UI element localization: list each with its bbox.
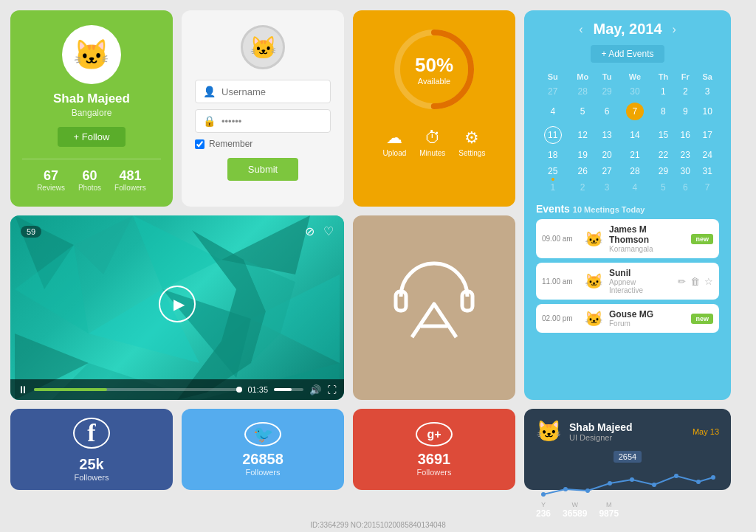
table-row[interactable]: 5	[652, 179, 676, 196]
analytics-title: UI Designer	[569, 433, 633, 442]
table-row[interactable]: 27	[536, 83, 569, 100]
table-row[interactable]: 29	[652, 163, 676, 179]
volume-bar[interactable]	[274, 388, 303, 391]
profile-city: Bangalore	[72, 108, 112, 118]
event-sub: Forum	[609, 319, 685, 328]
username-input[interactable]	[221, 86, 323, 97]
table-row[interactable]: 7	[695, 179, 719, 196]
progress-fill	[34, 388, 107, 391]
reviews-count: 67	[37, 168, 65, 184]
svg-point-22	[585, 488, 590, 493]
table-row[interactable]: 17	[695, 123, 719, 147]
table-row[interactable]: 12	[569, 123, 596, 147]
table-row[interactable]: 30	[618, 83, 651, 100]
table-row[interactable]: 25	[536, 163, 569, 179]
svg-point-25	[652, 483, 656, 487]
table-row[interactable]: 31	[695, 163, 719, 179]
table-row[interactable]: 4	[618, 179, 651, 196]
analytics-name: Shab Majeed	[569, 421, 633, 433]
table-row[interactable]: 3	[695, 83, 719, 100]
table-row[interactable]: 9	[675, 100, 695, 123]
video-counter: 59	[21, 226, 41, 238]
table-row[interactable]: 6	[675, 179, 695, 196]
cal-prev-button[interactable]: ‹	[579, 23, 583, 36]
table-row[interactable]: 2	[569, 179, 596, 196]
followers-count: 481	[114, 168, 146, 184]
table-row[interactable]: 7	[618, 100, 651, 123]
event-actions: ✏ 🗑 ☆	[678, 276, 713, 287]
login-card: 🐱 👤 🔒 Remember Submit	[182, 10, 344, 207]
add-events-button[interactable]: + Add Events	[591, 45, 664, 63]
star-icon[interactable]: ☆	[704, 276, 713, 287]
w-stat: W 36589	[563, 501, 587, 519]
watermark: ID:3364299 NO:20151020085840134048	[310, 521, 446, 529]
gauge-text: 50% Available	[415, 54, 453, 86]
event-item: 02.00 pm 🐱 Gouse MG Forum new	[536, 304, 719, 333]
table-row[interactable]: 1	[652, 83, 676, 100]
remember-checkbox[interactable]	[195, 139, 205, 149]
table-row[interactable]: 19	[569, 147, 596, 163]
table-row[interactable]: 22	[652, 147, 676, 163]
w-val: 36589	[563, 508, 587, 519]
svg-point-21	[563, 487, 568, 491]
table-row[interactable]: 23	[675, 147, 695, 163]
event-badge: new	[691, 314, 713, 324]
profile-card: 🐱 Shab Majeed Bangalore + Follow 67 Revi…	[10, 10, 173, 207]
play-button[interactable]: ▶	[159, 286, 196, 322]
y-val: 236	[536, 508, 551, 519]
event-badge: new	[691, 234, 713, 244]
table-row[interactable]: 8	[652, 100, 676, 123]
calendar-grid: Su Mo Tu We Th Fr Sa 27 28 29 30 1 2 3 4…	[536, 70, 719, 196]
submit-button[interactable]: Submit	[227, 158, 298, 181]
table-row[interactable]: 27	[596, 163, 618, 179]
logo-card	[353, 215, 515, 400]
volume-fill	[274, 388, 292, 391]
table-row[interactable]: 26	[569, 163, 596, 179]
table-row[interactable]: 14	[618, 123, 651, 147]
pause-button[interactable]: ⏸	[18, 384, 28, 395]
analytics-avatar: 🐱	[536, 419, 562, 443]
svg-point-23	[608, 481, 612, 486]
follow-button[interactable]: + Follow	[58, 127, 126, 147]
photos-stat: 60 Photos	[78, 168, 101, 192]
table-row[interactable]: 6	[596, 100, 618, 123]
table-row[interactable]: 20	[596, 147, 618, 163]
table-row[interactable]: 1	[536, 179, 569, 196]
event-time: 02.00 pm	[542, 314, 579, 322]
table-row[interactable]: 21	[618, 147, 651, 163]
upload-icon: ☁	[383, 128, 407, 148]
reviews-label: Reviews	[37, 184, 65, 192]
table-row[interactable]: 13	[596, 123, 618, 147]
table-row[interactable]: 30	[675, 163, 695, 179]
table-row[interactable]: 4	[536, 100, 569, 123]
table-row[interactable]: 28	[618, 163, 651, 179]
followers-label: Followers	[114, 184, 146, 192]
username-input-wrap: 👤	[195, 80, 331, 103]
table-row[interactable]: 11	[536, 123, 569, 147]
delete-icon[interactable]: 🗑	[690, 276, 700, 287]
table-row[interactable]: 2	[675, 83, 695, 100]
profile-name: Shab Majeed	[53, 91, 130, 106]
fullscreen-icon[interactable]: ⛶	[327, 384, 337, 395]
cal-day-tu: Tu	[596, 70, 618, 83]
table-row[interactable]: 3	[596, 179, 618, 196]
table-row[interactable]: 10	[695, 100, 719, 123]
table-row[interactable]: 18	[536, 147, 569, 163]
table-row[interactable]: 24	[695, 147, 719, 163]
password-input[interactable]	[221, 116, 323, 127]
reviews-stat: 67 Reviews	[37, 168, 65, 192]
edit-icon[interactable]: ✏	[678, 276, 686, 287]
table-row[interactable]: 5	[569, 100, 596, 123]
cal-next-button[interactable]: ›	[673, 23, 676, 36]
share-icon[interactable]: ⊘	[305, 224, 315, 238]
table-row[interactable]: 15	[652, 123, 676, 147]
table-row[interactable]: 16	[675, 123, 695, 147]
table-row[interactable]: 29	[596, 83, 618, 100]
progress-bar[interactable]	[34, 388, 241, 391]
volume-icon[interactable]: 🔊	[309, 384, 321, 395]
events-header: Events 10 Meetings Today	[536, 203, 719, 215]
table-row[interactable]: 28	[569, 83, 596, 100]
twitter-card: 🐦 26858 Followers	[182, 409, 344, 490]
like-icon[interactable]: ♡	[323, 224, 334, 238]
gauge-label: Available	[415, 77, 453, 86]
